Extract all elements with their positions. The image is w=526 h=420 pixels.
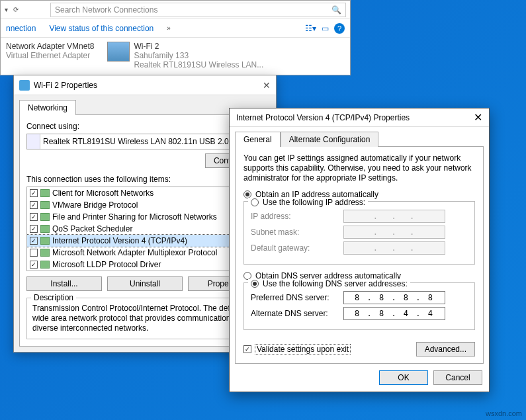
refresh-icon[interactable]: ⟳ — [13, 6, 19, 13]
intro-text: You can get IP settings assigned automat… — [243, 153, 475, 183]
watermark: wsxdn.com — [486, 409, 522, 417]
adapter-device: Realtek RTL8191SU Wireless LAN... — [134, 60, 263, 69]
dns-alternate-label: Alternate DNS server: — [251, 309, 343, 318]
checkbox-icon: ✓ — [243, 345, 251, 353]
wifi-adapter-icon — [107, 42, 130, 62]
protocol-label: Client for Microsoft Networks — [52, 189, 153, 198]
gateway-input: . . . — [343, 241, 445, 255]
checkbox-icon[interactable]: ✓ — [30, 213, 38, 221]
help-icon[interactable]: ? — [334, 23, 345, 34]
dns-alternate-input[interactable]: 8 . 8 . 4 . 4 — [343, 307, 445, 320]
address-bar: ▾ ⟳ Search Network Connections 🔍 — [1, 1, 350, 19]
tab-alternate[interactable]: Alternate Configuration — [281, 132, 379, 147]
adapter-name: Wi-Fi 2 — [134, 42, 263, 51]
adapter-name: Network Adapter VMnet8 — [6, 42, 94, 51]
dialog-title: Internet Protocol Version 4 (TCP/IPv4) P… — [236, 113, 410, 122]
network-connections-window: ▾ ⟳ Search Network Connections 🔍 nnectio… — [0, 0, 351, 75]
protocol-label: Internet Protocol Version 4 (TCP/IPv4) — [52, 236, 187, 245]
dns-preferred-input[interactable]: 8 . 8 . 8 . 8 — [343, 291, 445, 304]
dialog-titlebar: Internet Protocol Version 4 (TCP/IPv4) P… — [230, 108, 489, 127]
checkbox-icon[interactable]: ✓ — [30, 201, 38, 209]
protocol-label: VMware Bridge Protocol — [52, 200, 138, 210]
chevron-down-icon[interactable]: ▾ — [5, 6, 8, 13]
list-item[interactable]: ✓VMware Bridge Protocol — [27, 199, 263, 211]
protocol-label: Microsoft Network Adapter Multiplexor Pr… — [52, 248, 217, 257]
install-button[interactable]: Install... — [26, 276, 102, 291]
protocol-icon — [40, 201, 50, 209]
list-item[interactable]: ✓File and Printer Sharing for Microsoft … — [27, 211, 263, 223]
description-legend: Description — [31, 293, 76, 302]
radio-ip-manual[interactable]: Use the following IP address: — [248, 198, 368, 207]
validate-checkbox[interactable]: ✓ Validate settings upon exit — [243, 345, 350, 354]
ipv4-properties-dialog: Internet Protocol Version 4 (TCP/IPv4) P… — [229, 108, 490, 392]
uninstall-button[interactable]: Uninstall — [107, 276, 183, 291]
checkbox-icon[interactable] — [30, 249, 38, 257]
protocol-icon — [40, 225, 50, 233]
close-icon[interactable]: ✕ — [263, 80, 271, 91]
tab-networking[interactable]: Networking — [19, 100, 76, 115]
list-item[interactable]: ✓Microsoft LLDP Protocol Driver — [27, 259, 263, 271]
gateway-label: Default gateway: — [251, 243, 343, 253]
details-icon[interactable]: ▭ — [322, 24, 329, 33]
checkbox-icon[interactable]: ✓ — [30, 225, 38, 233]
menu-view-status[interactable]: View status of this connection — [49, 24, 153, 33]
protocol-label: Microsoft LLDP Protocol Driver — [52, 260, 161, 269]
protocol-list[interactable]: ✓Client for Microsoft Networks✓VMware Br… — [26, 187, 263, 271]
list-item[interactable]: Microsoft Network Adapter Multiplexor Pr… — [27, 247, 263, 259]
search-icon: 🔍 — [331, 5, 341, 15]
search-input[interactable]: Search Network Connections 🔍 — [50, 3, 346, 17]
dialog-titlebar: Wi-Fi 2 Properties ✕ — [14, 75, 276, 95]
adapter-combo[interactable]: Realtek RTL8191SU Wireless LAN 802.11n U… — [26, 134, 263, 149]
checkbox-icon[interactable]: ✓ — [30, 261, 38, 269]
list-item[interactable]: ✓QoS Packet Scheduler — [27, 223, 263, 235]
checkbox-icon[interactable]: ✓ — [30, 189, 38, 197]
list-item[interactable]: ✓Internet Protocol Version 4 (TCP/IPv4) — [27, 235, 263, 247]
ok-button[interactable]: OK — [379, 370, 428, 385]
subnet-input: . . . — [343, 226, 445, 239]
close-icon[interactable]: ✕ — [474, 111, 482, 124]
ip-address-input: . . . — [343, 210, 445, 223]
protocol-icon — [40, 213, 50, 221]
tab-general[interactable]: General — [235, 132, 281, 147]
ip-address-label: IP address: — [251, 212, 343, 221]
adapter-sub: Virtual Ethernet Adapter — [6, 51, 94, 60]
adapter-wifi2[interactable]: Wi-Fi 2 Sahufamily 133 Realtek RTL8191SU… — [107, 42, 263, 69]
chevron-right-icon[interactable]: » — [167, 24, 171, 32]
cancel-button[interactable]: Cancel — [433, 370, 482, 385]
radio-dns-manual[interactable]: Use the following DNS server addresses: — [248, 279, 410, 288]
protocol-label: QoS Packet Scheduler — [52, 224, 132, 233]
adapter-vmnet8[interactable]: Network Adapter VMnet8 Virtual Ethernet … — [6, 42, 94, 69]
list-item[interactable]: ✓Client for Microsoft Networks — [27, 187, 263, 199]
protocol-icon — [40, 189, 50, 197]
connect-using-label: Connect using: — [26, 122, 263, 131]
view-icon[interactable]: ☷▾ — [305, 24, 316, 33]
dns-preferred-label: Preferred DNS server: — [251, 293, 343, 302]
command-bar: nnection View status of this connection … — [1, 19, 350, 38]
checkbox-icon[interactable]: ✓ — [30, 237, 38, 245]
adapter-icon — [27, 134, 40, 149]
items-label: This connection uses the following items… — [26, 175, 263, 184]
advanced-button[interactable]: Advanced... — [416, 342, 475, 357]
protocol-label: File and Printer Sharing for Microsoft N… — [52, 212, 217, 222]
protocol-icon — [40, 261, 50, 269]
protocol-icon — [40, 249, 50, 257]
dialog-title: Wi-Fi 2 Properties — [34, 81, 97, 90]
adapter-ssid: Sahufamily 133 — [134, 51, 263, 60]
radio-icon — [251, 280, 259, 288]
network-icon — [19, 80, 30, 91]
menu-connection[interactable]: nnection — [6, 24, 36, 33]
description-text: Transmission Control Protocol/Internet P… — [32, 304, 257, 333]
search-placeholder: Search Network Connections — [55, 5, 157, 15]
protocol-icon — [40, 237, 50, 245]
subnet-label: Subnet mask: — [251, 228, 343, 237]
radio-icon — [251, 198, 259, 206]
